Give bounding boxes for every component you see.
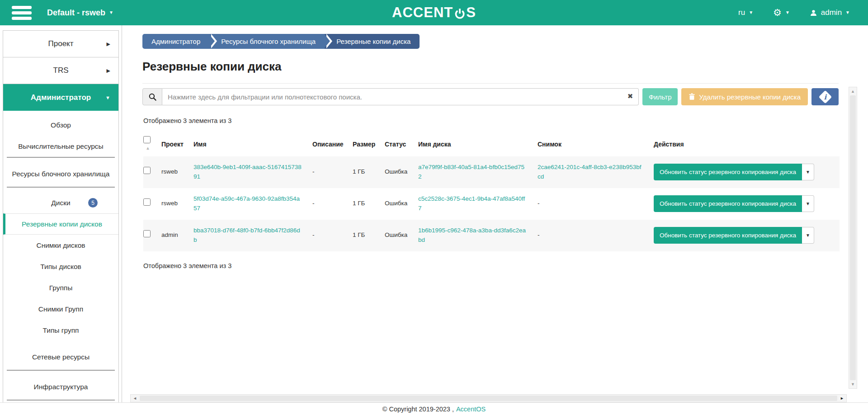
sidebar-item-disks[interactable]: Диски 5 bbox=[3, 192, 118, 213]
disk-name-link[interactable]: a7e79f9f-b83f-40a5-81a4-bfb0c15ed752 bbox=[418, 164, 524, 180]
column-header-name: Имя bbox=[193, 132, 312, 156]
chevron-down-icon: ▼ bbox=[109, 10, 113, 15]
search-button[interactable] bbox=[142, 88, 162, 105]
breadcrumb-block-storage[interactable]: Ресурсы блочного хранилища bbox=[209, 34, 325, 49]
gear-icon: ⚙ bbox=[773, 7, 782, 18]
accentos-footer-link[interactable]: AccentOS bbox=[456, 406, 486, 413]
sidebar-item-groups[interactable]: Группы bbox=[3, 277, 118, 298]
update-backup-status-button[interactable]: Обновить статус резервного копирования д… bbox=[654, 227, 802, 244]
scroll-up-icon[interactable]: ▲ bbox=[851, 89, 855, 94]
row-checkbox[interactable] bbox=[143, 167, 151, 174]
select-all-checkbox[interactable] bbox=[143, 136, 151, 143]
user-icon bbox=[810, 9, 817, 17]
backup-name-link[interactable]: bba37018-d76f-48f0-b7fd-6bb47f2d86db bbox=[193, 227, 300, 243]
sidebar-section-block-storage[interactable]: Ресурсы блочного хранилища bbox=[3, 161, 118, 187]
info-diamond-icon: i bbox=[818, 90, 832, 104]
update-backup-status-button[interactable]: Обновить статус резервного копирования д… bbox=[654, 164, 802, 180]
domain-project-switcher[interactable]: Default - rsweb ▼ bbox=[47, 8, 113, 18]
row-actions-dropdown-toggle[interactable]: ▼ bbox=[802, 164, 814, 180]
delete-backups-button[interactable]: Удалить резервные копии диска bbox=[681, 88, 808, 105]
row-actions-dropdown-toggle[interactable]: ▼ bbox=[802, 227, 814, 244]
cell-project: admin bbox=[161, 220, 193, 251]
sidebar-item-disk-snapshots[interactable]: Снимки дисков bbox=[3, 235, 118, 256]
items-shown-summary-top: Отображено 3 элемента из 3 bbox=[143, 117, 839, 124]
cell-description: - bbox=[312, 188, 353, 220]
top-header: Default - rsweb ▼ ACCENT S ru ▼ ⚙ ▼ admi… bbox=[0, 0, 868, 25]
cell-project: rsweb bbox=[161, 156, 193, 188]
settings-menu[interactable]: ⚙ ▼ bbox=[773, 7, 790, 18]
scroll-right-icon[interactable]: ► bbox=[840, 396, 844, 401]
sidebar-section-network-resources[interactable]: Сетевые ресурсы bbox=[3, 344, 118, 370]
sidebar-item-overview[interactable]: Обзор bbox=[3, 114, 118, 136]
sidebar-item-disk-backups[interactable]: Резервные копии дисков bbox=[3, 213, 118, 235]
backup-name-link[interactable]: 5f03d74e-a59c-467a-9630-92a8fb354a57 bbox=[193, 195, 300, 212]
copyright-text: © Copyright 2019-2023 , bbox=[382, 406, 454, 413]
breadcrumb: Администратор Ресурсы блочного хранилища… bbox=[142, 34, 839, 49]
cell-size: 1 ГБ bbox=[353, 220, 385, 251]
chevron-down-icon: ▼ bbox=[845, 10, 850, 15]
snapshot-link[interactable]: 2cae6241-201c-4aff-8cb3-e238b953bfcd bbox=[538, 164, 641, 180]
sidebar-item-disk-types[interactable]: Типы дисков bbox=[3, 256, 118, 277]
sidebar-item-project[interactable]: Проект ▶ bbox=[3, 31, 118, 57]
cell-project: rsweb bbox=[161, 188, 193, 220]
row-checkbox[interactable] bbox=[143, 198, 151, 206]
table-header-row: ▲ Проект Имя Описание Размер Статус Имя … bbox=[143, 132, 840, 156]
table-panel: ✖ Фильтр Удалить резервные копии диска bbox=[142, 83, 839, 269]
vertical-scrollbar-thumb[interactable] bbox=[850, 95, 856, 380]
scroll-left-icon[interactable]: ◄ bbox=[133, 396, 137, 401]
items-shown-summary-bottom: Отображено 3 элемента из 3 bbox=[143, 262, 839, 269]
filter-button[interactable]: Фильтр bbox=[642, 88, 678, 105]
column-header-status: Статус bbox=[385, 132, 418, 156]
divider bbox=[7, 157, 115, 158]
sidebar-item-compute-resources[interactable]: Вычислительные ресурсы bbox=[3, 136, 118, 157]
power-icon bbox=[454, 8, 466, 19]
update-backup-status-button[interactable]: Обновить статус резервного копирования д… bbox=[654, 195, 802, 212]
chevron-down-icon: ▼ bbox=[105, 95, 110, 100]
row-checkbox[interactable] bbox=[143, 230, 151, 237]
disk-name-link[interactable]: 1b6b1995-c962-478a-a3ba-dd3fa6c2eabd bbox=[418, 227, 526, 243]
language-label: ru bbox=[738, 8, 745, 17]
disk-name-link[interactable]: c5c2528c-3675-4ec1-9b4a-47af8a540ff7 bbox=[418, 195, 525, 212]
language-menu[interactable]: ru ▼ bbox=[738, 8, 753, 17]
cell-status: Ошибка bbox=[385, 220, 418, 251]
horizontal-scrollbar-thumb[interactable] bbox=[140, 396, 837, 401]
chevron-down-icon: ▼ bbox=[806, 170, 810, 174]
table-row: rsweb 5f03d74e-a59c-467a-9630-92a8fb354a… bbox=[143, 188, 840, 220]
horizontal-scrollbar[interactable]: ◄ ► bbox=[130, 394, 847, 402]
chevron-down-icon: ▼ bbox=[806, 233, 810, 238]
info-button[interactable]: i bbox=[811, 88, 839, 105]
sidebar-section-infrastructure[interactable]: Инфраструктура bbox=[3, 374, 118, 400]
footer: © Copyright 2019-2023 , AccentOS bbox=[0, 402, 868, 415]
divider bbox=[7, 187, 115, 188]
user-menu[interactable]: admin ▼ bbox=[810, 8, 850, 17]
chevron-down-icon: ▼ bbox=[806, 201, 810, 206]
column-header-snapshot: Снимок bbox=[538, 132, 654, 156]
clear-search-icon[interactable]: ✖ bbox=[627, 92, 633, 100]
menu-icon[interactable] bbox=[12, 4, 32, 22]
sort-asc-icon: ▲ bbox=[146, 146, 150, 151]
sidebar-item-administrator[interactable]: Администратор ▼ bbox=[3, 84, 118, 111]
breadcrumb-disk-backups: Резервные копии диска bbox=[325, 34, 420, 49]
cell-status: Ошибка bbox=[385, 188, 418, 220]
search-input[interactable] bbox=[162, 88, 639, 105]
vertical-scrollbar[interactable]: ▲ ▼ bbox=[849, 87, 857, 389]
sidebar-item-group-snapshots[interactable]: Снимки Групп bbox=[3, 298, 118, 320]
divider bbox=[7, 370, 115, 371]
search-icon bbox=[148, 93, 157, 101]
user-label: admin bbox=[821, 8, 842, 17]
chevron-down-icon: ▼ bbox=[785, 10, 790, 15]
column-header-project: Проект bbox=[161, 132, 193, 156]
sidebar-item-trs[interactable]: TRS ▶ bbox=[3, 57, 118, 84]
main-content: Администратор Ресурсы блочного хранилища… bbox=[122, 25, 868, 402]
column-header-size: Размер bbox=[353, 132, 385, 156]
backup-name-link[interactable]: 383e640b-9eb1-409f-aaac-516741573891 bbox=[193, 164, 302, 180]
breadcrumb-administrator[interactable]: Администратор bbox=[142, 34, 209, 49]
table-row: admin bba37018-d76f-48f0-b7fd-6bb47f2d86… bbox=[143, 220, 840, 251]
cell-snapshot: - bbox=[538, 220, 654, 251]
page-title: Резервные копии диска bbox=[142, 60, 839, 74]
toolbar: ✖ Фильтр Удалить резервные копии диска bbox=[142, 88, 839, 105]
cell-status: Ошибка bbox=[385, 156, 418, 188]
sidebar-item-group-types[interactable]: Типы групп bbox=[3, 320, 118, 341]
row-actions-dropdown-toggle[interactable]: ▼ bbox=[802, 195, 814, 212]
scroll-down-icon[interactable]: ▼ bbox=[851, 382, 855, 387]
